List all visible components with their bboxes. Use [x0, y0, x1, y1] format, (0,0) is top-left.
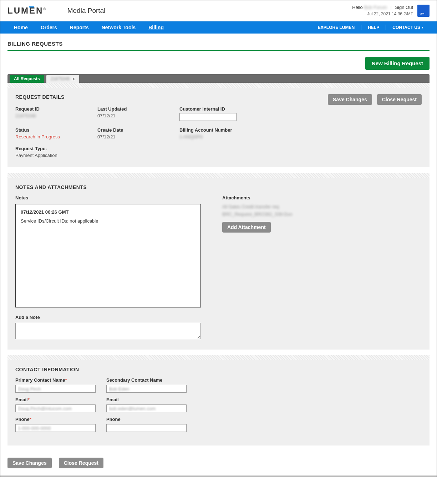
separator: | [390, 5, 391, 10]
header: LUMEN® Media Portal Hello Bob Forum | Si… [0, 0, 437, 21]
save-changes-button[interactable]: Save Changes [328, 94, 372, 105]
attachments-label: Attachments [222, 195, 422, 200]
header-right: Hello Bob Forum | Sign Out Jul 22, 2021 … [352, 5, 430, 17]
footer-buttons: Save Changes Close Request [0, 453, 437, 475]
nav-home[interactable]: Home [7, 25, 34, 30]
primary-name-input[interactable] [15, 385, 96, 393]
greeting-name: Bob Forum [364, 5, 387, 10]
add-note-label: Add a Note [15, 315, 201, 320]
attachment-item[interactable]: All Sales Credit transfer req [222, 204, 422, 209]
new-request-row: New Billing Request [7, 57, 430, 70]
hatched-divider [7, 355, 430, 360]
portal-title: Media Portal [67, 7, 106, 15]
footer-close-request-button[interactable]: Close Request [59, 458, 103, 468]
contact-section-title: CONTACT INFORMATION [15, 367, 422, 372]
nav-explore-lumen[interactable]: EXPLORE LUMEN [311, 25, 361, 30]
close-icon[interactable]: x [72, 76, 75, 81]
add-attachment-button[interactable]: Add Attachment [222, 222, 271, 233]
notes-section-title: NOTES AND ATTACHMENTS [15, 184, 422, 190]
note-body: Service IDs/Circuit IDs: not applicable [21, 218, 195, 224]
status-value: Research in Progress [15, 134, 97, 139]
chevron-right-icon: › [422, 25, 423, 30]
secondary-email-label: Email [106, 397, 187, 402]
nav-billing[interactable]: Billing [142, 25, 170, 30]
footer-save-changes-button[interactable]: Save Changes [7, 458, 52, 468]
secondary-phone-label: Phone [106, 417, 187, 422]
request-type-value: Payment Application [15, 153, 97, 158]
contact-information-panel: CONTACT INFORMATION Primary Contact Name… [7, 360, 430, 446]
hatched-divider [7, 173, 430, 178]
nav-left: Home Orders Reports Network Tools Billin… [7, 25, 170, 30]
status-label: Status [15, 127, 97, 133]
main-nav: Home Orders Reports Network Tools Billin… [0, 21, 437, 34]
customer-internal-id-input[interactable] [179, 113, 237, 121]
note-timestamp: 07/12/2021 06:26 GMT [21, 209, 195, 215]
nav-contact-us[interactable]: CONTACT US› [386, 25, 430, 30]
request-id-value: 21875346 [15, 113, 97, 118]
secondary-name-input[interactable] [106, 385, 187, 393]
page-title: BILLING REQUESTS [7, 41, 430, 47]
bottom-bar [0, 475, 437, 477]
tab-request-detail[interactable]: 21875346 x [46, 75, 79, 83]
customer-internal-id-label: Customer Internal ID [179, 106, 286, 112]
new-billing-request-button[interactable]: New Billing Request [365, 57, 430, 70]
primary-email-label: Email* [15, 397, 96, 402]
sign-out-link[interactable]: Sign Out [395, 5, 413, 10]
primary-name-label: Primary Contact Name* [15, 377, 96, 383]
create-date-label: Create Date [97, 127, 179, 133]
add-note-textarea[interactable] [15, 323, 201, 339]
greeting-prefix: Hello [352, 5, 363, 10]
tab-request-id: 21875346 [51, 76, 70, 81]
partner-logo-icon [417, 5, 430, 17]
request-details-title: REQUEST DETAILS [15, 94, 65, 100]
attachment-item[interactable]: BRC_Request_BRC082_338-Dun [222, 212, 422, 217]
tab-all-requests[interactable]: All Requests [10, 75, 44, 83]
header-timestamp: Jul 22, 2021 14:36 GMT [352, 11, 413, 16]
secondary-email-input[interactable] [106, 404, 187, 412]
header-left: LUMEN® Media Portal [7, 6, 105, 16]
create-date-value: 07/12/21 [97, 134, 179, 139]
nav-orders[interactable]: Orders [34, 25, 63, 30]
last-updated-label: Last Updated [97, 106, 179, 112]
nav-right: EXPLORE LUMEN HELP CONTACT US› [311, 25, 430, 30]
billing-account-label: Billing Account Number [179, 127, 286, 133]
attachment-list: All Sales Credit transfer req BRC_Reques… [222, 204, 422, 217]
field-billing-account: Billing Account Number 1-ANQ0PN [179, 127, 286, 139]
field-customer-internal-id: Customer Internal ID [179, 106, 286, 121]
logo: LUMEN® [7, 6, 46, 16]
notes-box: 07/12/2021 06:26 GMT Service IDs/Circuit… [15, 204, 201, 307]
request-id-label: Request ID [15, 106, 97, 112]
primary-contact-column: Primary Contact Name* Email* Phone* [15, 377, 96, 436]
field-create-date: Create Date 07/12/21 [97, 127, 179, 139]
tab-bar: All Requests 21875346 x [7, 74, 430, 83]
notes-label: Notes [15, 195, 201, 200]
field-status: Status Research in Progress [15, 127, 97, 139]
close-request-button[interactable]: Close Request [377, 94, 422, 105]
nav-help[interactable]: HELP [361, 25, 386, 30]
primary-email-input[interactable] [15, 404, 96, 412]
billing-account-value: 1-ANQ0PN [179, 134, 286, 139]
request-details-panel: REQUEST DETAILS Save Changes Close Reque… [7, 88, 430, 167]
primary-phone-label: Phone* [15, 417, 96, 422]
title-rule [7, 50, 430, 51]
field-last-updated: Last Updated 07/12/21 [97, 106, 179, 121]
request-type-label: Request Type: [15, 146, 97, 151]
page-content: BILLING REQUESTS New Billing Request All… [0, 34, 437, 453]
hatched-divider [7, 83, 430, 88]
nav-network-tools[interactable]: Network Tools [95, 25, 142, 30]
greeting-line: Hello Bob Forum | Sign Out [352, 5, 413, 10]
secondary-phone-input[interactable] [106, 424, 187, 432]
notes-attachments-panel: NOTES AND ATTACHMENTS Notes 07/12/2021 0… [7, 178, 430, 350]
last-updated-value: 07/12/21 [97, 113, 179, 118]
secondary-name-label: Secondary Contact Name [106, 377, 187, 383]
nav-reports[interactable]: Reports [63, 25, 95, 30]
primary-phone-input[interactable] [15, 424, 96, 432]
secondary-contact-column: Secondary Contact Name Email Phone [106, 377, 187, 436]
field-request-id: Request ID 21875346 [15, 106, 97, 121]
field-request-type: Request Type: Payment Application [15, 146, 97, 158]
